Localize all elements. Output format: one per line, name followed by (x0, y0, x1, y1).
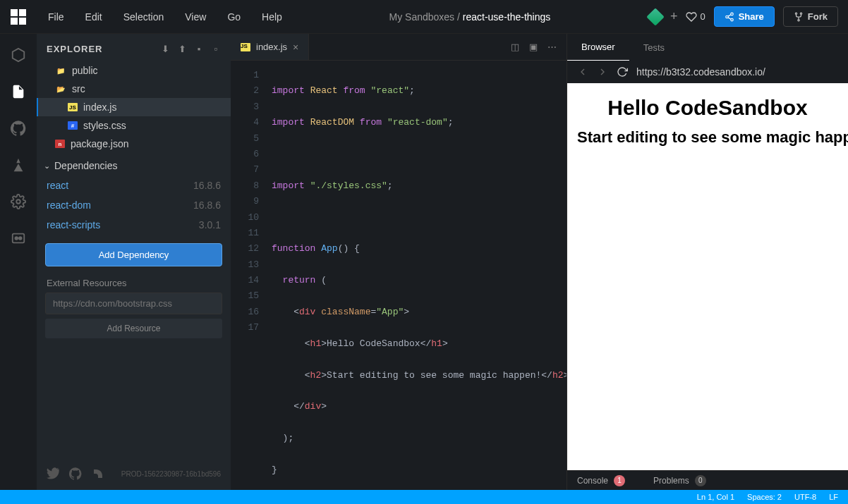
close-tab-icon[interactable]: × (293, 42, 298, 53)
activity-info[interactable] (6, 42, 31, 68)
split-layout-icon[interactable]: ◫ (511, 42, 519, 52)
tab-tests[interactable]: Tests (629, 34, 679, 61)
npm-file-icon: n (55, 140, 65, 148)
preview-heading-1: Hello CodeSandbox (577, 96, 838, 120)
main-area: EXPLORER ⬇ ⬆ ▪ ▫ 📁public 📂src JSindex.js… (0, 34, 848, 490)
js-file-icon: JS (241, 43, 250, 51)
js-file-icon: JS (68, 103, 78, 111)
top-menu-bar: File Edit Selection View Go Help My Sand… (0, 0, 848, 34)
file-tree: 📁public 📂src JSindex.js #styles.css npac… (37, 61, 231, 153)
dep-react-dom[interactable]: react-dom16.8.6 (37, 195, 231, 215)
svg-point-2 (730, 18, 733, 21)
status-bar: Ln 1, Col 1 Spaces: 2 UTF-8 LF (0, 490, 848, 504)
breadcrumb-parent: My Sandboxes (389, 11, 455, 23)
code-editor: JS index.js × ◫ ▣ ⋯ 12345678910111213141… (231, 34, 567, 490)
folder-src[interactable]: 📂src (37, 80, 231, 98)
preview-heading-2: Start editing to see some magic happen! (577, 128, 838, 147)
preview-tabs: Browser Tests (567, 34, 848, 61)
frozen-sandbox-icon[interactable] (646, 8, 664, 25)
svg-line-3 (728, 17, 731, 18)
spectrum-icon[interactable] (92, 467, 104, 480)
svg-line-4 (728, 14, 731, 16)
preview-layout-icon[interactable]: ▣ (529, 42, 538, 52)
menu-go[interactable]: Go (219, 7, 249, 27)
folder-open-icon: 📂 (55, 83, 66, 94)
svg-point-10 (15, 237, 18, 240)
new-file-icon[interactable]: ▪ (194, 44, 204, 54)
activity-github[interactable] (6, 116, 31, 141)
line-gutter: 1234567891011121314151617 (231, 61, 272, 490)
url-display[interactable]: https://b3t32.codesandbox.io/ (636, 66, 838, 78)
tab-browser[interactable]: Browser (567, 34, 629, 61)
file-package-json[interactable]: npackage.json (37, 135, 231, 153)
svg-point-0 (730, 13, 733, 16)
svg-point-8 (16, 199, 20, 204)
status-cursor-pos[interactable]: Ln 1, Col 1 (697, 493, 734, 501)
fork-icon (794, 12, 804, 22)
forward-icon[interactable] (597, 66, 608, 78)
new-folder-icon[interactable]: ▫ (211, 44, 221, 54)
share-label: Share (739, 11, 764, 22)
activity-explorer[interactable] (6, 79, 31, 104)
status-eol[interactable]: LF (829, 493, 838, 501)
github-icon[interactable] (69, 467, 82, 480)
heart-icon (686, 11, 697, 23)
app-logo[interactable] (6, 4, 31, 30)
dep-react-scripts[interactable]: react-scripts3.0.1 (37, 215, 231, 235)
add-resource-button[interactable]: Add Resource (45, 319, 222, 338)
menu-help[interactable]: Help (253, 7, 291, 27)
activity-live[interactable] (6, 226, 31, 251)
share-icon (725, 12, 734, 22)
editor-tab-index-js[interactable]: JS index.js × (231, 34, 309, 60)
code-area[interactable]: 1234567891011121314151617 import React f… (231, 61, 567, 490)
file-styles-css[interactable]: #styles.css (37, 116, 231, 135)
refresh-icon[interactable] (617, 66, 628, 78)
like-count[interactable]: 0 (686, 11, 705, 23)
explorer-panel: EXPLORER ⬇ ⬆ ▪ ▫ 📁public 📂src JSindex.js… (37, 34, 231, 490)
share-button[interactable]: Share (714, 6, 775, 27)
console-toggle[interactable]: Console1 (577, 475, 625, 486)
add-dependency-button[interactable]: Add Dependency (45, 243, 222, 266)
svg-point-6 (800, 13, 801, 14)
preview-panel: Browser Tests https://b3t32.codesandbox.… (567, 34, 848, 490)
breadcrumb[interactable]: My Sandboxes / react-use-the-things (291, 11, 649, 23)
svg-point-5 (795, 13, 796, 14)
menu-items: File Edit Selection View Go Help (40, 7, 291, 27)
activity-settings[interactable] (6, 189, 31, 214)
console-bar: Console1 Problems0 (567, 470, 848, 490)
file-index-js[interactable]: JSindex.js (37, 98, 231, 116)
svg-point-7 (798, 19, 799, 20)
menu-view[interactable]: View (176, 7, 214, 27)
download-icon[interactable]: ⬇ (160, 44, 170, 54)
folder-icon: 📁 (55, 65, 66, 76)
activity-bar (0, 34, 37, 490)
fork-button[interactable]: Fork (783, 6, 838, 27)
chevron-down-icon: ⌄ (44, 161, 50, 171)
tab-filename: index.js (256, 42, 287, 52)
status-spaces[interactable]: Spaces: 2 (747, 493, 782, 501)
svg-point-1 (725, 16, 728, 18)
menu-edit[interactable]: Edit (77, 7, 111, 27)
folder-public[interactable]: 📁public (37, 61, 231, 80)
activity-deploy[interactable] (6, 152, 31, 178)
code-content[interactable]: import React from "react"; import ReactD… (272, 61, 567, 490)
back-icon[interactable] (577, 66, 588, 78)
more-actions-icon[interactable]: ⋯ (547, 42, 557, 52)
address-bar: https://b3t32.codesandbox.io/ (567, 61, 848, 83)
twitter-icon[interactable] (47, 467, 59, 480)
fork-label: Fork (808, 11, 828, 22)
new-sandbox-icon[interactable]: + (670, 9, 678, 24)
dependencies-header[interactable]: ⌄Dependencies (37, 153, 231, 176)
svg-point-11 (19, 237, 22, 240)
menu-file[interactable]: File (40, 7, 73, 27)
dep-react[interactable]: react16.8.6 (37, 176, 231, 195)
external-resource-input[interactable] (45, 293, 222, 314)
status-encoding[interactable]: UTF-8 (794, 493, 816, 501)
like-number: 0 (700, 11, 705, 22)
css-file-icon: # (68, 121, 78, 130)
upload-icon[interactable]: ⬆ (177, 44, 187, 54)
problems-toggle[interactable]: Problems0 (653, 475, 706, 486)
explorer-footer: PROD-1562230987-16b1bd596 (37, 457, 231, 490)
menu-selection[interactable]: Selection (115, 7, 173, 27)
build-id: PROD-1562230987-16b1bd596 (121, 470, 221, 478)
